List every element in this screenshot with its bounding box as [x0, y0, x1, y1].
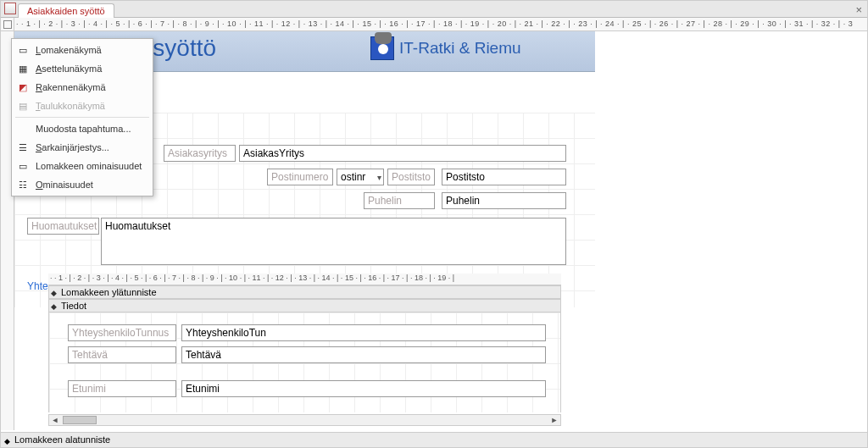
section-bar-tiedot[interactable]: Tiedot — [48, 299, 561, 312]
form-icon — [4, 3, 16, 14]
tab-order-icon: ☰ — [15, 141, 31, 154]
subform-grid[interactable]: YhteyshenkiloTunnus YhteyshenkiloTun Teh… — [48, 312, 561, 412]
brand: IT-Ratki & Riemu — [370, 36, 521, 60]
design-view-icon: ◩ — [15, 80, 31, 94]
scroll-thumb[interactable] — [63, 416, 97, 424]
label-puhelin[interactable]: Puhelin — [364, 192, 435, 209]
field-etunimi[interactable]: Etunimi — [181, 380, 546, 397]
menu-sarkainjarjestys[interactable]: ☰ Sarkainjärjestys... — [12, 138, 153, 157]
build-event-icon — [15, 122, 31, 136]
brand-text: IT-Ratki & Riemu — [399, 39, 521, 58]
menu-lomakenakyma[interactable]: ▭ Lomakenäkymä — [12, 41, 153, 59]
menu-label: Lomakenäkymä — [36, 45, 102, 55]
design-surface: · · 1 · | · 2 · | · 3 · | · 4 · | · 5 · … — [1, 18, 867, 430]
menu-label: Ominaisuudet — [36, 180, 93, 190]
form-view-icon: ▭ — [15, 43, 31, 57]
properties-icon: ☷ — [15, 178, 31, 191]
field-postinumero[interactable]: ostinr — [337, 169, 384, 185]
label-tehtava[interactable]: Tehtävä — [68, 346, 176, 363]
label-etunimi[interactable]: Etunimi — [68, 380, 176, 397]
field-puhelin[interactable]: Puhelin — [442, 192, 566, 209]
menu-label: Sarkainjärjestys... — [36, 142, 109, 152]
section-bar-ylatunniste[interactable]: Lomakkeen ylätunniste — [48, 285, 561, 299]
context-menu[interactable]: ▭ Lomakenäkymä ▦ Asettelunäkymä ◩ Rakenn… — [11, 38, 153, 196]
field-asiakasyritys[interactable]: AsiakasYritys — [239, 145, 566, 162]
close-icon[interactable]: × — [855, 3, 862, 16]
label-huomautukset[interactable]: Huomautukset — [27, 218, 99, 235]
subform-container: · · 1 · | · 2 · | · 3 · | · 4 · | · 5 · … — [14, 274, 595, 430]
field-huomautukset[interactable]: Huomautukset — [101, 218, 566, 265]
label-postinumero[interactable]: Postinumero — [267, 169, 333, 185]
scroll-right-icon[interactable]: ► — [548, 416, 560, 424]
layout-view-icon: ▦ — [15, 62, 31, 75]
section-bar-alatunniste[interactable]: Lomakkeen alatunniste — [1, 432, 867, 447]
menu-asettelunakyma[interactable]: ▦ Asettelunäkymä — [12, 59, 153, 78]
menu-label: Muodosta tapahtuma... — [36, 124, 131, 134]
field-tehtava[interactable]: Tehtävä — [181, 346, 546, 363]
ruler-horizontal[interactable]: · · 1 · | · 2 · | · 3 · | · 4 · | · 5 · … — [14, 18, 867, 31]
ruler-corner[interactable] — [1, 18, 14, 31]
scroll-left-icon[interactable]: ◄ — [49, 416, 61, 424]
menu-lomakkeen-ominaisuudet[interactable]: ▭ Lomakkeen ominaisuudet — [12, 157, 153, 175]
menu-label: Lomakkeen ominaisuudet — [36, 161, 142, 171]
disk-camera-icon — [370, 36, 394, 60]
field-postitsto[interactable]: Postitsto — [442, 169, 566, 185]
menu-rakennenakyma[interactable]: ◩ Rakennenäkymä — [12, 78, 153, 97]
subform-ruler[interactable]: · · 1 · | · 2 · | · 3 · | · 4 · | · 5 · … — [48, 274, 561, 285]
form-properties-icon: ▭ — [15, 159, 31, 173]
tab-asiakkaiden-syotto[interactable]: Asiakkaiden syöttö — [18, 3, 114, 18]
label-asiakasyritys[interactable]: Asiakasyritys — [164, 145, 236, 162]
menu-label: Rakennenäkymä — [36, 82, 106, 92]
label-postitsto[interactable]: Postitsto — [387, 169, 435, 185]
menu-muodosta-tapahtuma[interactable]: Muodosta tapahtuma... — [12, 119, 153, 138]
menu-ominaisuudet[interactable]: ☷ Ominaisuudet — [12, 175, 153, 194]
field-yhteyshenkilotunnus[interactable]: YhteyshenkiloTun — [181, 324, 546, 341]
menu-separator — [15, 117, 149, 118]
label-yhteyshenkilotunnus[interactable]: YhteyshenkiloTunnus — [68, 324, 176, 341]
menu-taulukkonakyma: ▤ Taulukkonäkymä — [12, 97, 153, 115]
datasheet-view-icon: ▤ — [15, 99, 31, 113]
menu-label: Asettelunäkymä — [36, 64, 102, 74]
menu-label: Taulukkonäkymä — [36, 101, 105, 111]
subform-hscrollbar[interactable]: ◄ ► — [48, 414, 561, 426]
tab-strip: Asiakkaiden syöttö × — [1, 1, 867, 18]
